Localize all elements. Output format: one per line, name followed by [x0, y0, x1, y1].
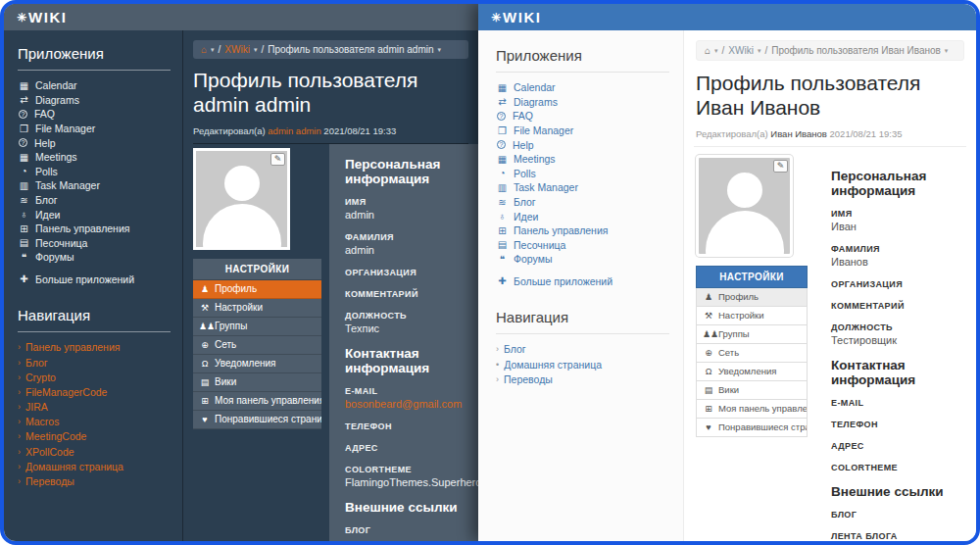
app-item[interactable]: ? FAQ: [496, 109, 669, 124]
xwiki-logo[interactable]: ✳ WIKI: [17, 9, 67, 25]
field-value[interactable]: bosonbeard@gmail.com: [345, 398, 463, 410]
home-icon[interactable]: ⌂: [705, 45, 710, 56]
calendar-icon: ▦: [18, 80, 30, 91]
app-item-label: Calendar: [514, 81, 556, 93]
breadcrumb-current-page[interactable]: Профиль пользователя admin admin: [268, 44, 433, 55]
app-item-label: Meetings: [35, 151, 77, 163]
nav-item-label: Блог: [504, 343, 526, 355]
edited-user-link[interactable]: Иван Иванов: [770, 128, 827, 139]
caret-down-icon: ▾: [254, 46, 258, 54]
settings-panel-title: НАСТРОЙКИ: [696, 266, 808, 288]
settings-item[interactable]: ♥ Понравившиеся страницы: [193, 411, 321, 429]
app-item[interactable]: ◔ Polls: [496, 167, 669, 181]
chevron-right-icon: ›: [18, 447, 21, 457]
nav-item[interactable]: › Панель управления: [18, 340, 171, 355]
field-value[interactable]: FlamingoThemes.Superhero: [345, 476, 463, 488]
settings-item[interactable]: ⊞ Моя панель управления: [193, 392, 321, 411]
nav-item[interactable]: › Домашняя страница: [18, 459, 171, 473]
nav-item[interactable]: • Домашняя страница: [496, 357, 669, 372]
more-applications-link[interactable]: ✚ Больше приложений: [18, 273, 171, 285]
edit-avatar-icon[interactable]: ✎: [270, 153, 285, 166]
profile-info-panel: Персональная информация ИМЯ Иван ФАМИЛИЯ…: [819, 147, 976, 541]
nav-item[interactable]: › Macros: [18, 415, 171, 429]
edited-user-link[interactable]: admin admin: [268, 125, 320, 136]
app-item[interactable]: ▦ Calendar: [496, 80, 669, 95]
field-value: Тестировщик: [831, 334, 966, 346]
meetings-calendar-icon: ▦: [18, 152, 30, 163]
settings-item[interactable]: ♟♟ Группы: [696, 325, 808, 344]
settings-item[interactable]: ♟ Профиль: [696, 288, 808, 307]
nav-item[interactable]: › Блог: [18, 355, 171, 370]
app-item[interactable]: ◔ Polls: [18, 165, 171, 179]
profile-field: БЛОГ: [831, 510, 966, 520]
app-item[interactable]: ❝ Форумы: [18, 250, 171, 265]
app-item[interactable]: ▥ Task Manager: [18, 178, 171, 193]
app-item[interactable]: ≋ Блог: [496, 195, 669, 210]
nav-item[interactable]: › Crypto: [18, 370, 171, 384]
app-item[interactable]: ⇄ Diagrams: [18, 93, 171, 108]
settings-item[interactable]: Ω Уведомления: [193, 355, 321, 373]
app-item[interactable]: ? FAQ: [18, 107, 171, 122]
home-icon[interactable]: ⌂: [201, 44, 207, 55]
breadcrumb-current-page[interactable]: Профиль пользователя Иван Иванов: [771, 45, 941, 56]
settings-item[interactable]: ⊕ Сеть: [696, 344, 808, 363]
settings-item[interactable]: ⊕ Сеть: [193, 336, 321, 355]
settings-item[interactable]: ♥ Понравившиеся страницы: [696, 419, 808, 437]
app-item[interactable]: ⇄ Diagrams: [496, 95, 669, 110]
more-applications-link[interactable]: ✚ Больше приложений: [496, 275, 669, 287]
nav-item[interactable]: › FileManagerCode: [18, 384, 171, 399]
app-item-label: Diagrams: [35, 94, 79, 106]
field-label: АДРЕС: [345, 443, 463, 453]
nav-item[interactable]: › XPollCode: [18, 444, 171, 459]
app-item[interactable]: ▦ Meetings: [496, 152, 669, 167]
settings-item-label: Вики: [718, 384, 739, 395]
edit-avatar-icon[interactable]: ✎: [773, 160, 788, 173]
settings-item[interactable]: ♟ Профиль: [193, 280, 321, 299]
settings-item[interactable]: ⊞ Моя панель управления: [696, 400, 808, 419]
nav-item[interactable]: › Блог: [496, 342, 669, 357]
nav-item[interactable]: › Переводы: [496, 372, 669, 386]
app-item[interactable]: ▦ Calendar: [18, 78, 171, 93]
faq-icon: ?: [497, 112, 506, 121]
settings-item-label: Профиль: [215, 283, 257, 294]
settings-item-label: Группы: [215, 321, 247, 331]
app-item[interactable]: ▤ Песочница: [496, 238, 669, 253]
app-item[interactable]: ≋ Блог: [18, 193, 171, 208]
nav-item-label: Crypto: [25, 372, 56, 383]
field-label: ЛЕНТА БЛОГА: [831, 531, 966, 541]
caret-down-icon: ▾: [758, 47, 761, 55]
app-item[interactable]: ❐ File Manager: [18, 122, 171, 136]
app-item[interactable]: ❐ File Manager: [496, 124, 669, 138]
app-item-label: Task Manager: [35, 179, 100, 191]
app-item[interactable]: ? Help: [18, 135, 171, 150]
settings-item[interactable]: ⚒ Настройки: [696, 307, 808, 325]
app-item[interactable]: ❝ Форумы: [496, 252, 669, 267]
folder-icon: ❐: [496, 125, 509, 136]
wiki-card-icon: ▤: [199, 377, 211, 387]
app-item[interactable]: ? Help: [496, 137, 669, 152]
nav-item[interactable]: › Переводы: [18, 473, 171, 488]
nav-item[interactable]: › MeetingCode: [18, 429, 171, 444]
settings-item-label: Сеть: [215, 339, 236, 350]
xwiki-logo[interactable]: ✳ WIKI: [491, 9, 541, 25]
settings-item[interactable]: ♟♟ Группы: [193, 318, 321, 336]
settings-item[interactable]: ▤ Вики: [696, 381, 808, 400]
app-item[interactable]: ⊞ Панель управления: [496, 223, 669, 238]
app-item[interactable]: ▦ Meetings: [18, 150, 171, 165]
chevron-right-icon: ›: [18, 342, 21, 352]
field-label: КОММЕНТАРИЙ: [831, 301, 966, 311]
nav-item[interactable]: › JIRA: [18, 399, 171, 414]
user-avatar: ✎: [696, 155, 793, 257]
settings-item[interactable]: ▤ Вики: [193, 373, 321, 392]
settings-item[interactable]: Ω Уведомления: [696, 363, 808, 381]
fields: E-MAIL bosonbeard@gmail.com ТЕЛЕФОН АДРЕ…: [345, 386, 463, 488]
settings-item[interactable]: ⚒ Настройки: [193, 299, 321, 318]
faq-icon: ?: [19, 110, 27, 119]
breadcrumb-wiki-link[interactable]: XWiki: [224, 44, 250, 55]
app-item[interactable]: ♁ Идеи: [496, 209, 669, 223]
app-item[interactable]: ⊞ Панель управления: [18, 222, 171, 236]
breadcrumb-wiki-link[interactable]: XWiki: [728, 45, 754, 56]
app-item[interactable]: ▤ Песочница: [18, 236, 171, 251]
app-item[interactable]: ♁ Идеи: [18, 207, 171, 222]
app-item[interactable]: ▥ Task Manager: [496, 180, 669, 195]
